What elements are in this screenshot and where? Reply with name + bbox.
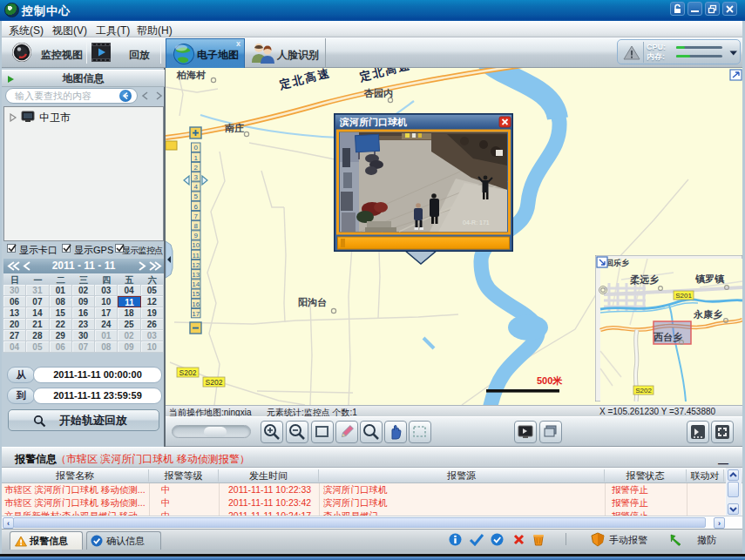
svg-text:西台乡: 西台乡 — [653, 332, 682, 342]
svg-text:500米: 500米 — [537, 375, 563, 386]
svg-text:S202: S202 — [635, 387, 652, 395]
svg-text:3: 3 — [193, 173, 198, 181]
svg-text:S202: S202 — [206, 378, 223, 387]
svg-text:10: 10 — [192, 241, 200, 249]
svg-text:14: 14 — [192, 280, 200, 288]
svg-text:0: 0 — [193, 144, 198, 152]
svg-text:11: 11 — [193, 252, 200, 260]
svg-text:04-R: 171: 04-R: 171 — [463, 219, 490, 226]
svg-text:S201: S201 — [675, 292, 692, 300]
svg-text:柔远乡: 柔远乡 — [630, 274, 659, 286]
svg-text:杏园内: 杏园内 — [363, 88, 393, 98]
svg-text:12: 12 — [192, 261, 200, 269]
svg-text:2: 2 — [193, 164, 198, 172]
svg-text:17: 17 — [192, 310, 200, 318]
svg-text:8: 8 — [193, 222, 198, 230]
svg-text:4: 4 — [193, 183, 198, 191]
svg-text:15: 15 — [192, 290, 200, 298]
svg-text:5: 5 — [193, 192, 198, 200]
svg-text:7: 7 — [193, 213, 198, 220]
svg-text:永康乡: 永康乡 — [693, 309, 722, 320]
svg-text:滨河所门口球机: 滨河所门口球机 — [339, 117, 407, 128]
svg-text:回乐乡: 回乐乡 — [606, 259, 629, 267]
svg-text:S202: S202 — [179, 368, 197, 377]
svg-text:镇罗镇: 镇罗镇 — [694, 273, 725, 284]
svg-text:柏海村: 柏海村 — [176, 70, 206, 80]
svg-text:13: 13 — [192, 271, 200, 279]
svg-text:阳沟台: 阳沟台 — [298, 297, 327, 307]
svg-text:6: 6 — [193, 203, 198, 211]
svg-text:1: 1 — [193, 154, 198, 162]
svg-text:9: 9 — [193, 232, 198, 240]
svg-text:16: 16 — [192, 300, 200, 308]
svg-text:南庄: 南庄 — [224, 123, 244, 133]
